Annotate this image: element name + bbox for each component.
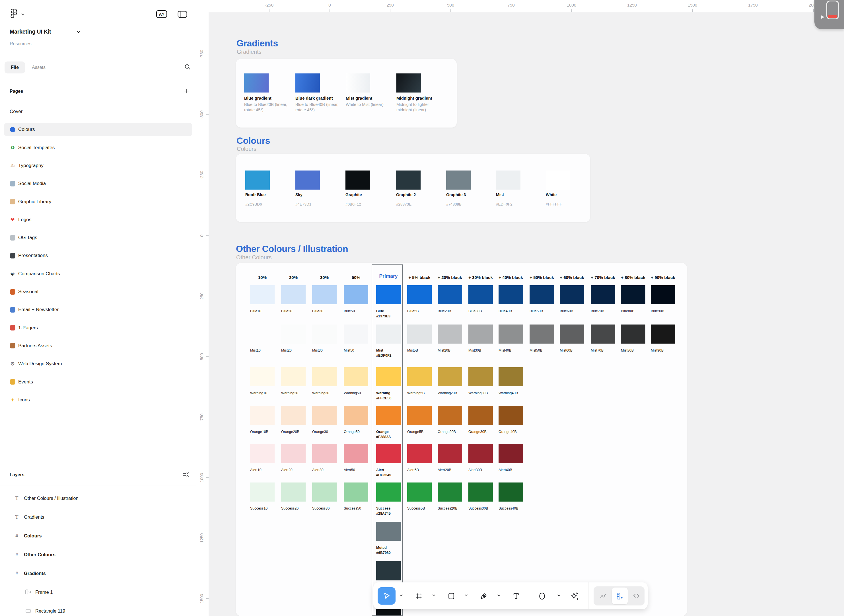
grid-colour-swatch[interactable] (376, 367, 401, 386)
sidebar-page-icons[interactable]: ✦Icons (4, 393, 192, 406)
grid-colour-swatch[interactable] (250, 367, 275, 386)
grid-colour-swatch[interactable] (376, 561, 401, 581)
grid-colour-swatch[interactable] (438, 285, 462, 304)
grid-colour-swatch[interactable] (651, 285, 675, 304)
sidebar-page-typography[interactable]: ✍Typography (4, 159, 192, 172)
sidebar-page-graphic-library[interactable]: Graphic Library (4, 195, 192, 208)
grid-colour-swatch[interactable] (312, 406, 337, 425)
grid-colour-swatch[interactable] (498, 406, 523, 425)
sidebar-page-colours[interactable]: Colours (4, 123, 192, 136)
grid-colour-swatch[interactable] (250, 406, 275, 425)
inspect-mode-button[interactable] (612, 588, 628, 604)
grid-colour-swatch[interactable] (376, 483, 401, 502)
search-icon[interactable] (185, 64, 191, 70)
actions-tool-button[interactable] (570, 592, 579, 600)
grid-colour-swatch[interactable] (376, 285, 401, 304)
grid-colour-swatch[interactable] (498, 367, 523, 386)
tab-assets[interactable]: Assets (32, 62, 45, 73)
grid-colour-swatch[interactable] (591, 285, 615, 304)
layer-row-gradients[interactable]: TGradients (4, 510, 192, 524)
sidebar-page-partners-assets[interactable]: Partners Assets (4, 339, 192, 352)
grid-colour-swatch[interactable] (344, 367, 368, 386)
grid-colour-swatch[interactable] (344, 285, 368, 304)
grid-colour-swatch[interactable] (438, 324, 462, 343)
grid-colour-swatch[interactable] (560, 324, 584, 343)
colour-swatch[interactable] (446, 170, 471, 189)
sidebar-page-logos[interactable]: ❤Logos (4, 213, 192, 226)
sidebar-page-email-newsletter[interactable]: Email + Newsletter (4, 303, 192, 316)
grid-colour-swatch[interactable] (344, 406, 368, 425)
grid-colour-swatch[interactable] (530, 285, 554, 304)
add-page-icon[interactable] (183, 88, 190, 94)
grid-colour-swatch[interactable] (407, 444, 432, 463)
sidebar-page-cover[interactable]: Cover (4, 105, 192, 118)
grid-colour-swatch[interactable] (344, 324, 368, 343)
figma-logo-icon[interactable] (10, 9, 18, 19)
code-mode-button[interactable] (632, 591, 640, 600)
gradient-swatch[interactable] (346, 73, 370, 92)
move-tool-button[interactable] (378, 587, 396, 604)
grid-colour-swatch[interactable] (407, 483, 432, 502)
grid-colour-swatch[interactable] (407, 367, 432, 386)
grid-colour-swatch[interactable] (498, 285, 523, 304)
colour-swatch[interactable] (346, 170, 370, 189)
layout-panel-icon[interactable] (177, 11, 187, 18)
grid-colour-swatch[interactable] (376, 444, 401, 463)
grid-colour-swatch[interactable] (498, 483, 523, 502)
grid-colour-swatch[interactable] (407, 285, 432, 304)
tab-file[interactable]: File (4, 62, 25, 73)
grid-colour-swatch[interactable] (312, 285, 337, 304)
layer-row-colours[interactable]: #Colours (4, 529, 192, 543)
grid-colour-swatch[interactable] (621, 324, 645, 343)
sidebar-page-social-media[interactable]: Social Media (4, 177, 192, 190)
pen-tool-chevron-icon[interactable] (497, 594, 501, 597)
rectangle-tool-button[interactable] (447, 592, 456, 600)
grid-colour-swatch[interactable] (438, 444, 462, 463)
grid-colour-swatch[interactable] (591, 324, 615, 343)
grid-colour-swatch[interactable] (468, 444, 493, 463)
grid-colour-swatch[interactable] (376, 522, 401, 541)
colour-swatch[interactable] (496, 170, 520, 189)
rectangle-tool-chevron-icon[interactable] (464, 594, 468, 597)
gradient-swatch[interactable] (244, 73, 269, 92)
grid-colour-swatch[interactable] (281, 285, 306, 304)
grid-colour-swatch[interactable] (376, 406, 401, 425)
sidebar-page-social-templates[interactable]: ♻Social Templates (4, 141, 192, 154)
colour-swatch[interactable] (295, 170, 320, 189)
grid-colour-swatch[interactable] (250, 285, 275, 304)
grid-colour-swatch[interactable] (312, 367, 337, 386)
layer-row-gradients[interactable]: #Gradients (4, 566, 192, 580)
sidebar-page-seasonal[interactable]: Seasonal (4, 285, 192, 298)
file-title[interactable]: Marketing UI Kit (10, 28, 51, 35)
sidebar-page-events[interactable]: Events (4, 375, 192, 389)
grid-colour-swatch[interactable] (312, 483, 337, 502)
sidebar-page-og-tags[interactable]: OG Tags (4, 231, 192, 244)
file-title-chevron-icon[interactable] (77, 31, 80, 33)
text-tool-button[interactable] (512, 592, 520, 600)
grid-colour-swatch[interactable] (530, 324, 554, 343)
colour-swatch[interactable] (546, 170, 570, 189)
ellipse-tool-button[interactable] (538, 592, 547, 600)
layer-row-frame-1[interactable]: Frame 1 (4, 585, 192, 599)
grid-colour-swatch[interactable] (281, 444, 306, 463)
project-name[interactable]: Resources (10, 41, 31, 46)
grid-colour-swatch[interactable] (438, 483, 462, 502)
grid-colour-swatch[interactable] (250, 324, 275, 343)
grid-colour-swatch[interactable] (651, 324, 675, 343)
grid-colour-swatch[interactable] (498, 444, 523, 463)
grid-colour-swatch[interactable] (281, 367, 306, 386)
grid-colour-swatch[interactable] (468, 483, 493, 502)
draw-annotate-button[interactable] (599, 591, 608, 600)
grid-colour-swatch[interactable] (468, 285, 493, 304)
grid-colour-swatch[interactable] (281, 483, 306, 502)
grid-colour-swatch[interactable] (560, 285, 584, 304)
grid-colour-swatch[interactable] (250, 444, 275, 463)
layer-row-rectangle-119[interactable]: Rectangle 119 (4, 604, 192, 616)
grid-colour-swatch[interactable] (468, 367, 493, 386)
main-menu-chevron-icon[interactable] (21, 13, 25, 15)
grid-colour-swatch[interactable] (438, 367, 462, 386)
colour-swatch[interactable] (245, 170, 270, 189)
gradient-swatch[interactable] (396, 73, 421, 92)
grid-colour-swatch[interactable] (281, 406, 306, 425)
gradient-swatch[interactable] (295, 73, 320, 92)
